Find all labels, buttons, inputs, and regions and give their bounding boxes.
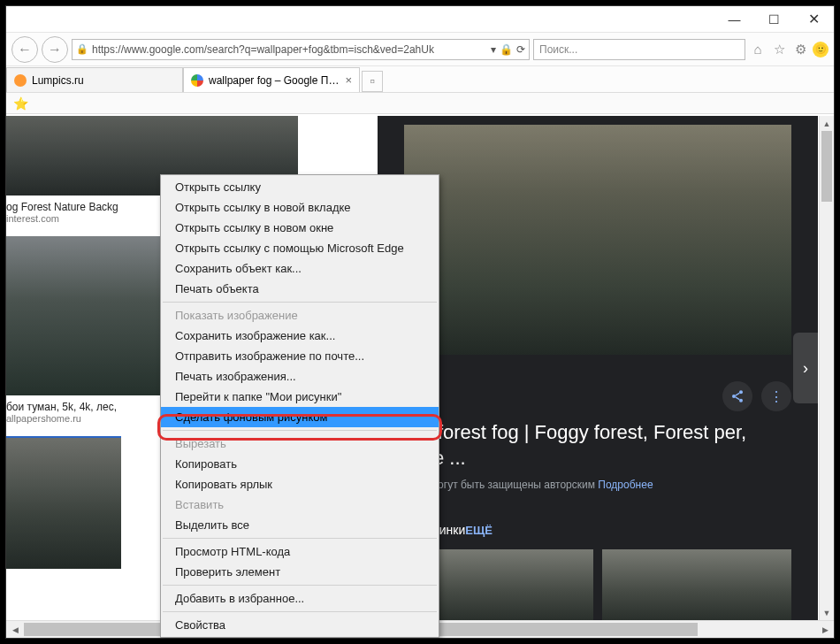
context-menu-item[interactable]: Отправить изображение по почте... xyxy=(161,346,439,366)
result-thumbnail[interactable] xyxy=(6,436,121,569)
image-title: per forest fog | Foggy forest, Forest pe… xyxy=(404,420,791,471)
scroll-down-button[interactable]: ▼ xyxy=(820,605,834,620)
menu-separator xyxy=(163,585,437,586)
lock-icon: 🔒 xyxy=(76,43,88,55)
context-menu-item[interactable]: Сохранить объект как... xyxy=(161,258,439,279)
context-menu-item: Вставить xyxy=(161,494,439,515)
related-thumbnails xyxy=(404,549,791,620)
address-bar[interactable]: 🔒 https://www.google.com/search?q=wallpa… xyxy=(72,39,530,60)
context-menu-item[interactable]: Печать изображения... xyxy=(161,366,439,387)
context-menu-item[interactable]: Сохранить изображение как... xyxy=(161,326,439,346)
next-image-button[interactable]: › xyxy=(793,333,818,403)
context-menu-item[interactable]: Выделить все xyxy=(161,515,439,535)
url-text: https://www.google.com/search?q=wallpape… xyxy=(92,43,487,56)
url-dropdown-icon[interactable]: ▾ xyxy=(491,43,496,56)
context-menu-item[interactable]: Открыть ссылку с помощью Microsoft Edge xyxy=(161,238,439,258)
related-header: е картинки ЕЩЁ xyxy=(404,523,791,537)
more-menu-button[interactable]: ⋮ xyxy=(761,381,791,411)
search-placeholder: Поиск... xyxy=(539,43,577,56)
context-menu-item[interactable]: Сделать фоновым рисунком xyxy=(161,407,439,427)
context-menu-item[interactable]: Копировать xyxy=(161,454,439,474)
smiley-icon[interactable]: 🙂 xyxy=(813,42,829,58)
details-link[interactable]: Подробнее xyxy=(595,479,653,491)
image-preview-panel: ‹ › rest ⋮ per forest fog | Foggy forest… xyxy=(378,116,818,620)
context-menu-item[interactable]: Добавить в избранное... xyxy=(161,588,439,609)
preview-image[interactable] xyxy=(404,125,791,355)
share-button[interactable] xyxy=(722,381,752,411)
context-menu-item[interactable]: Перейти к папке "Мои рисунки" xyxy=(161,387,439,407)
context-menu-item[interactable]: Проверить элемент xyxy=(161,562,439,582)
tab-google-images[interactable]: wallpaper fog – Google По... × xyxy=(183,67,360,92)
back-button[interactable]: ← xyxy=(11,36,38,63)
favorites-icon[interactable]: ☆ xyxy=(770,41,788,58)
tab-strip: Lumpics.ru wallpaper fog – Google По... … xyxy=(6,66,834,93)
context-menu-item[interactable]: Печать объекта xyxy=(161,279,439,299)
nav-toolbar: ← → 🔒 https://www.google.com/search?q=wa… xyxy=(6,33,834,66)
svg-point-2 xyxy=(739,399,743,402)
security-icon[interactable]: 🔒 xyxy=(500,43,513,56)
context-menu-item[interactable]: Открыть ссылку в новой вкладке xyxy=(161,197,439,218)
tab-title: wallpaper fog – Google По... xyxy=(209,74,340,87)
tab-title: Lumpics.ru xyxy=(32,74,175,87)
context-menu-item[interactable]: Просмотр HTML-кода xyxy=(161,541,439,562)
svg-point-1 xyxy=(732,395,736,398)
scroll-right-button[interactable]: ▶ xyxy=(816,621,834,638)
search-input[interactable]: Поиск... xyxy=(533,39,745,60)
close-button[interactable]: ✕ xyxy=(794,6,834,33)
forward-button[interactable]: → xyxy=(42,36,68,63)
refresh-icon[interactable]: ⟳ xyxy=(516,43,525,56)
copyright-notice: ения могут быть защищены авторским Подро… xyxy=(404,479,791,491)
favicon-icon xyxy=(191,74,203,87)
titlebar: — ☐ ✕ xyxy=(6,6,834,33)
maximize-button[interactable]: ☐ xyxy=(754,6,794,33)
browser-window: — ☐ ✕ ← → 🔒 https://www.google.com/searc… xyxy=(5,5,835,639)
bookmarks-bar: ⭐ xyxy=(6,93,834,114)
menu-separator xyxy=(163,302,437,303)
share-icon xyxy=(730,389,745,403)
new-tab-button[interactable]: ▫ xyxy=(362,71,383,92)
context-menu-item: Показать изображение xyxy=(161,305,439,326)
vertical-scrollbar[interactable]: ▲ ▼ xyxy=(819,116,834,620)
context-menu-item[interactable]: Открыть ссылку в новом окне xyxy=(161,218,439,238)
favicon-icon xyxy=(14,74,27,87)
gear-icon[interactable]: ⚙ xyxy=(791,41,809,58)
context-menu-item: Вырезать xyxy=(161,433,439,454)
related-thumbnail[interactable] xyxy=(602,549,791,620)
scroll-up-button[interactable]: ▲ xyxy=(820,116,834,131)
context-menu-item[interactable]: Копировать ярлык xyxy=(161,474,439,494)
scrollbar-thumb[interactable] xyxy=(821,131,832,202)
context-menu-item[interactable]: Открыть ссылку xyxy=(161,177,439,197)
minimize-button[interactable]: — xyxy=(714,6,754,33)
scroll-left-button[interactable]: ◀ xyxy=(6,621,24,638)
more-related-link[interactable]: ЕЩЁ xyxy=(465,524,493,537)
menu-separator xyxy=(163,538,437,539)
bookmark-star-icon[interactable]: ⭐ xyxy=(13,96,28,111)
menu-separator xyxy=(163,430,437,431)
meta-row: rest ⋮ xyxy=(404,381,791,411)
context-menu-item[interactable]: Свойства xyxy=(161,615,439,635)
home-icon[interactable]: ⌂ xyxy=(749,41,767,58)
menu-separator xyxy=(163,611,437,612)
tab-lumpics[interactable]: Lumpics.ru xyxy=(6,67,183,92)
svg-point-0 xyxy=(739,390,743,394)
context-menu: Открыть ссылкуОткрыть ссылку в новой вкл… xyxy=(160,174,439,638)
tab-close-icon[interactable]: × xyxy=(345,73,352,87)
